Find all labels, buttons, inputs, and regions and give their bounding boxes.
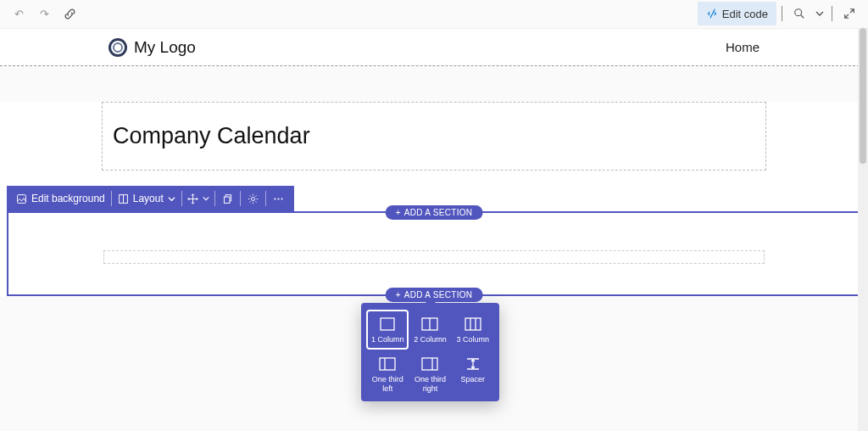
page-title: Company Calendar — [113, 123, 755, 149]
add-section-label: ADD A SECTION — [404, 290, 473, 299]
svg-point-4 — [251, 197, 254, 200]
move-button[interactable] — [182, 186, 214, 211]
layout-one-third-right[interactable]: One third right — [410, 351, 449, 397]
topbar-right: Edit code — [698, 2, 861, 25]
redo-button[interactable]: ↷ — [32, 2, 56, 25]
site-header: My Logo Home — [0, 28, 868, 65]
layout-3-column[interactable]: 3 Column — [453, 311, 492, 348]
topbar-left: ↶ ↷ — [7, 2, 81, 25]
layout-label: One third right — [412, 375, 448, 394]
layout-label: One third left — [370, 375, 405, 394]
svg-rect-8 — [381, 318, 394, 330]
svg-rect-10 — [465, 318, 481, 330]
layout-2-column[interactable]: 2 Column — [410, 311, 449, 348]
layout-one-third-left[interactable]: One third left — [368, 351, 407, 397]
svg-rect-3 — [224, 197, 230, 203]
layout-spacer[interactable]: Spacer — [453, 351, 492, 397]
layout-label: 3 Column — [457, 335, 490, 344]
edit-code-button[interactable]: Edit code — [698, 2, 776, 25]
separator — [782, 6, 782, 21]
add-section-top[interactable]: + ADD A SECTION — [386, 205, 483, 220]
svg-point-7 — [281, 198, 282, 199]
svg-point-0 — [795, 9, 802, 16]
zoom-chevron[interactable] — [813, 2, 826, 25]
section-layout-picker: 1 Column 2 Column 3 Column One third lef… — [361, 303, 499, 401]
add-section-bottom[interactable]: + ADD A SECTION — [386, 288, 483, 302]
duplicate-button[interactable] — [215, 186, 240, 211]
svg-point-6 — [277, 198, 279, 199]
layout-label: Layout — [133, 193, 164, 204]
layout-label: Spacer — [461, 375, 486, 384]
nav-home[interactable]: Home — [726, 40, 760, 54]
edit-code-label: Edit code — [722, 8, 768, 20]
edit-background-button[interactable]: Edit background — [10, 186, 111, 211]
selected-section[interactable]: + ADD A SECTION + ADD A SECTION — [7, 211, 861, 296]
plus-icon: + — [396, 208, 401, 217]
zoom-button[interactable] — [787, 2, 811, 25]
expand-button[interactable] — [837, 2, 861, 25]
header-separator — [0, 65, 868, 66]
title-webpart[interactable]: Company Calendar — [102, 102, 766, 171]
edit-background-label: Edit background — [31, 193, 105, 204]
page-canvas: Company Calendar Edit background Layout — [0, 102, 868, 296]
more-button[interactable] — [266, 186, 291, 211]
add-section-label: ADD A SECTION — [404, 208, 473, 217]
link-button[interactable] — [58, 2, 81, 25]
layout-label: 2 Column — [414, 335, 447, 344]
scrollbar-thumb[interactable] — [860, 28, 866, 164]
svg-rect-12 — [422, 358, 437, 370]
layout-label: 1 Column — [371, 335, 404, 344]
plus-icon: + — [396, 290, 401, 299]
svg-point-5 — [274, 198, 275, 199]
webpart-placeholder[interactable] — [103, 250, 765, 264]
svg-rect-11 — [380, 358, 395, 370]
settings-button[interactable] — [241, 186, 265, 211]
logo-icon — [108, 38, 127, 57]
undo-button[interactable]: ↶ — [7, 2, 31, 25]
app-topbar: ↶ ↷ Edit code — [0, 0, 868, 28]
layout-button[interactable]: Layout — [112, 186, 181, 211]
logo[interactable]: My Logo — [108, 38, 196, 57]
section-toolbar: Edit background Layout — [7, 186, 294, 211]
layout-1-column[interactable]: 1 Column — [368, 311, 407, 348]
logo-text: My Logo — [134, 38, 196, 57]
separator — [832, 6, 832, 21]
vertical-scrollbar[interactable] — [858, 28, 868, 431]
